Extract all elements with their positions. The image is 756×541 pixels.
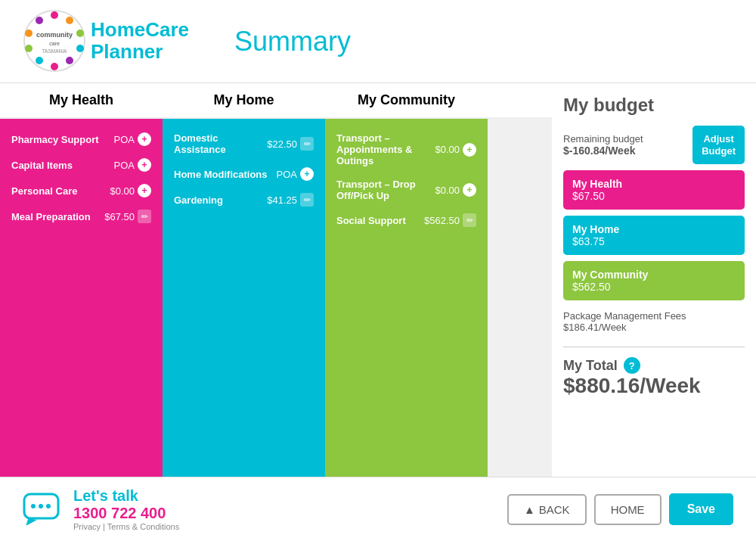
pencil-icon: ✏ — [466, 216, 473, 225]
header: community care TASMANIA HomeCare Planner… — [0, 0, 756, 83]
list-item: Domestic Assistance $22.50 ✏ — [170, 126, 318, 161]
budget-bar-home: My Home $63.75 — [563, 216, 745, 255]
list-item: Home Modifications POA + — [170, 161, 318, 187]
col-header-myhealth: My Health — [0, 83, 163, 117]
col-myhealth: Pharmacy Support POA + Capital Items POA… — [0, 119, 163, 477]
list-item: Transport – Drop Off/Pick Up $0.00 + — [333, 173, 480, 207]
svg-point-1 — [51, 11, 58, 19]
list-item: Pharmacy Support POA + — [8, 126, 155, 152]
brand-name: HomeCare Planner — [91, 19, 189, 64]
list-item: Gardening $41.25 ✏ — [170, 187, 318, 213]
svg-point-5 — [66, 57, 73, 64]
brand-planner: Planner — [91, 40, 189, 64]
budget-panel: My budget Remaining budget $-160.84/Week… — [552, 83, 756, 477]
col-myhome: Domestic Assistance $22.50 ✏ Home Modifi… — [163, 119, 325, 477]
divider — [563, 347, 745, 347]
list-item: Capital Items POA + — [8, 152, 155, 178]
edit-mealprep-button[interactable]: ✏ — [138, 210, 151, 223]
footer-right: ▲ BACK HOME Save — [507, 493, 733, 525]
plus-icon: + — [466, 185, 472, 195]
svg-point-3 — [76, 30, 84, 37]
myhealth-items: Pharmacy Support POA + Capital Items POA… — [0, 119, 163, 477]
svg-point-6 — [51, 63, 58, 70]
footer: Let's talk 1300 722 400 Privacy | Terms … — [0, 477, 756, 541]
columns-area: My Health My Home My Community Pharmacy … — [0, 83, 756, 477]
svg-point-15 — [31, 504, 36, 508]
list-item: Personal Care $0.00 + — [8, 178, 155, 204]
add-homemod-button[interactable]: + — [300, 167, 314, 181]
svg-text:TASMANIA: TASMANIA — [42, 48, 67, 54]
plus-icon: + — [141, 134, 147, 145]
budget-bar-community: My Community $562.50 — [563, 261, 745, 300]
svg-point-16 — [39, 504, 43, 508]
add-capital-button[interactable]: + — [138, 158, 151, 172]
remaining-amount: $-160.84/Week — [563, 145, 643, 157]
help-icon[interactable]: ? — [624, 357, 640, 374]
edit-gardening-button[interactable]: ✏ — [300, 193, 314, 207]
svg-point-2 — [66, 17, 73, 24]
back-button[interactable]: ▲ BACK — [507, 494, 587, 525]
pencil-icon: ✏ — [141, 212, 148, 222]
svg-point-17 — [46, 504, 51, 508]
remaining-label: Remaining budget — [563, 133, 643, 145]
plus-icon: + — [141, 185, 147, 196]
total-amount: $880.16/Week — [563, 374, 745, 398]
remaining-row: Remaining budget $-160.84/Week Adjust Bu… — [563, 126, 745, 164]
plus-icon: + — [304, 169, 309, 179]
pencil-icon: ✏ — [304, 195, 311, 205]
page-title: Summary — [234, 26, 351, 58]
svg-text:care: care — [49, 41, 60, 46]
edit-domestic-button[interactable]: ✏ — [300, 137, 314, 151]
myhome-items: Domestic Assistance $22.50 ✏ Home Modifi… — [163, 119, 325, 477]
brand-homecare: HomeCare — [91, 19, 189, 41]
svg-point-9 — [25, 30, 33, 37]
total-label: My Total — [563, 358, 618, 374]
chat-icon — [23, 493, 64, 527]
total-row: My Total ? $880.16/Week — [563, 357, 745, 398]
svg-point-8 — [25, 45, 33, 52]
footer-left: Let's talk 1300 722 400 Privacy | Terms … — [23, 487, 179, 531]
privacy-links: Privacy | Terms & Conditions — [73, 522, 179, 531]
remaining-info: Remaining budget $-160.84/Week — [563, 133, 643, 157]
chevron-up-icon: ▲ — [524, 503, 535, 516]
add-pharmacy-button[interactable]: + — [138, 132, 151, 146]
lets-talk-label: Let's talk — [73, 487, 179, 505]
budget-bar-health: My Health $67.50 — [563, 170, 745, 210]
svg-point-7 — [36, 57, 43, 64]
pencil-icon: ✏ — [304, 139, 311, 149]
svg-point-4 — [76, 45, 84, 52]
save-button[interactable]: Save — [669, 493, 733, 525]
logo-icon: community care TASMANIA — [23, 9, 87, 73]
home-button[interactable]: HOME — [594, 494, 662, 525]
add-personalcare-button[interactable]: + — [138, 184, 151, 197]
plus-icon: + — [466, 145, 472, 155]
svg-point-10 — [36, 17, 43, 24]
add-transport-drop-button[interactable]: + — [463, 183, 476, 197]
col-header-mycommunity: My Community — [325, 83, 488, 117]
contact-info: Let's talk 1300 722 400 Privacy | Terms … — [73, 487, 179, 531]
list-item: Social Support $562.50 ✏ — [333, 207, 480, 233]
list-item: Meal Preparation $67.50 ✏ — [8, 204, 155, 229]
col-mycommunity: Transport – Appointments & Outings $0.00… — [325, 119, 488, 477]
mycommunity-items: Transport – Appointments & Outings $0.00… — [325, 119, 488, 477]
col-header-myhome: My Home — [163, 83, 325, 117]
plus-icon: + — [141, 160, 147, 170]
svg-text:community: community — [36, 31, 73, 39]
add-transport-appt-button[interactable]: + — [463, 143, 476, 157]
logo-area: community care TASMANIA HomeCare Planner — [23, 9, 189, 73]
edit-socialsupport-button[interactable]: ✏ — [463, 213, 476, 227]
list-item: Transport – Appointments & Outings $0.00… — [333, 126, 480, 173]
budget-title: My budget — [563, 95, 745, 116]
main-content: My Health My Home My Community Pharmacy … — [0, 83, 756, 477]
phone-number: 1300 722 400 — [73, 505, 179, 522]
adjust-budget-button[interactable]: Adjust Budget — [692, 126, 745, 164]
package-fees: Package Management Fees $186.41/Week — [563, 306, 745, 337]
